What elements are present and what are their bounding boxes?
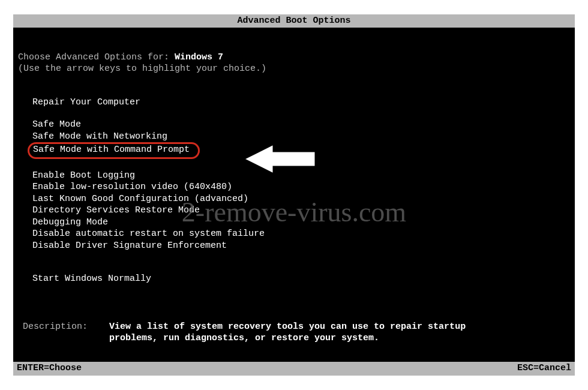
- menu-item-disable-sig[interactable]: Disable Driver Signature Enforcement: [32, 240, 570, 252]
- menu-item-safe-mode[interactable]: Safe Mode: [32, 119, 570, 131]
- footer-esc: ESC=Cancel: [517, 362, 571, 374]
- boot-menu[interactable]: Repair Your Computer Safe Mode Safe Mode…: [18, 97, 570, 285]
- menu-item-lkgc[interactable]: Last Known Good Configuration (advanced): [32, 193, 570, 205]
- screen-title: Advanced Boot Options: [237, 16, 350, 26]
- footer-enter: ENTER=Choose: [17, 362, 82, 374]
- footer-bar: ENTER=Choose ESC=Cancel: [13, 362, 575, 376]
- choose-line: Choose Advanced Options for: Windows 7: [18, 52, 570, 64]
- title-bar: Advanced Boot Options: [13, 14, 575, 28]
- menu-item-boot-logging[interactable]: Enable Boot Logging: [32, 170, 570, 182]
- description-label: Description:: [23, 321, 109, 344]
- menu-item-debug[interactable]: Debugging Mode: [32, 217, 570, 229]
- menu-item-safe-mode-cmd[interactable]: Safe Mode with Command Prompt: [33, 144, 190, 156]
- content-area: Choose Advanced Options for: Windows 7 (…: [13, 28, 575, 344]
- boot-options-screen: Advanced Boot Options Choose Advanced Op…: [13, 14, 575, 376]
- menu-item-safe-mode-net[interactable]: Safe Mode with Networking: [32, 131, 570, 143]
- hint-line: (Use the arrow keys to highlight your ch…: [18, 63, 570, 75]
- description-text: View a list of system recovery tools you…: [109, 321, 469, 344]
- highlighted-item[interactable]: Safe Mode with Command Prompt: [28, 142, 200, 159]
- menu-item-lowres[interactable]: Enable low-resolution video (640x480): [32, 181, 570, 193]
- menu-item-start-normally[interactable]: Start Windows Normally: [32, 273, 570, 285]
- os-name: Windows 7: [175, 52, 223, 62]
- menu-item-ds-restore[interactable]: Directory Services Restore Mode: [32, 205, 570, 217]
- menu-item-repair[interactable]: Repair Your Computer: [32, 97, 570, 109]
- menu-item-disable-restart[interactable]: Disable automatic restart on system fail…: [32, 228, 570, 240]
- description-row: Description: View a list of system recov…: [18, 321, 570, 344]
- choose-prefix: Choose Advanced Options for:: [18, 52, 175, 62]
